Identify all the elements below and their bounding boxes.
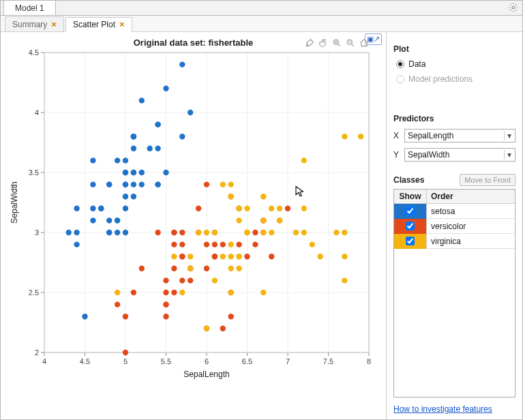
point-virginica[interactable] bbox=[244, 206, 250, 211]
point-versicolor[interactable] bbox=[163, 301, 168, 307]
y-predictor-select[interactable]: SepalWidth ▾ bbox=[404, 148, 515, 162]
point-setosa[interactable] bbox=[131, 181, 136, 187]
scatter-chart[interactable]: 44.555.566.577.5822.533.544.5SepalLength… bbox=[1, 32, 383, 414]
point-setosa[interactable] bbox=[123, 181, 128, 187]
point-virginica[interactable] bbox=[277, 206, 282, 211]
point-versicolor[interactable] bbox=[171, 290, 177, 295]
point-virginica[interactable] bbox=[260, 194, 266, 199]
point-setosa[interactable] bbox=[163, 86, 168, 91]
point-versicolor[interactable] bbox=[212, 254, 218, 259]
point-setosa[interactable] bbox=[139, 170, 145, 175]
point-versicolor[interactable] bbox=[115, 301, 120, 307]
point-virginica[interactable] bbox=[204, 230, 209, 235]
point-setosa[interactable] bbox=[139, 97, 145, 103]
point-virginica[interactable] bbox=[260, 290, 266, 295]
tab-summary[interactable]: Summary × bbox=[5, 16, 64, 31]
point-versicolor[interactable] bbox=[204, 181, 209, 187]
point-versicolor[interactable] bbox=[285, 206, 290, 211]
point-virginica[interactable] bbox=[333, 230, 339, 235]
point-virginica[interactable] bbox=[179, 290, 185, 295]
point-setosa[interactable] bbox=[155, 181, 160, 187]
point-virginica[interactable] bbox=[228, 181, 234, 187]
point-setosa[interactable] bbox=[115, 230, 120, 235]
point-virginica[interactable] bbox=[236, 206, 241, 211]
point-setosa[interactable] bbox=[179, 134, 185, 139]
point-virginica[interactable] bbox=[188, 254, 193, 259]
point-versicolor[interactable] bbox=[204, 241, 209, 247]
point-setosa[interactable] bbox=[106, 181, 112, 187]
point-virginica[interactable] bbox=[228, 194, 234, 199]
point-versicolor[interactable] bbox=[131, 290, 136, 295]
point-setosa[interactable] bbox=[123, 206, 128, 211]
point-virginica[interactable] bbox=[236, 217, 241, 223]
point-setosa[interactable] bbox=[90, 206, 95, 211]
tab-scatter-plot[interactable]: Scatter Plot × bbox=[65, 17, 132, 32]
point-virginica[interactable] bbox=[220, 181, 226, 187]
point-setosa[interactable] bbox=[74, 206, 79, 211]
point-setosa[interactable] bbox=[163, 170, 168, 175]
help-link[interactable]: How to investigate features bbox=[393, 397, 515, 414]
point-virginica[interactable] bbox=[236, 266, 241, 271]
tab-model-1[interactable]: Model 1 bbox=[3, 0, 56, 15]
point-versicolor[interactable] bbox=[163, 290, 168, 295]
point-setosa[interactable] bbox=[66, 230, 72, 235]
point-versicolor[interactable] bbox=[252, 241, 258, 247]
point-versicolor[interactable] bbox=[179, 241, 185, 247]
point-setosa[interactable] bbox=[74, 230, 79, 235]
point-virginica[interactable] bbox=[317, 254, 323, 259]
point-virginica[interactable] bbox=[115, 290, 120, 295]
point-versicolor[interactable] bbox=[123, 350, 128, 355]
close-icon[interactable]: × bbox=[51, 17, 57, 32]
point-virginica[interactable] bbox=[204, 326, 209, 331]
point-virginica[interactable] bbox=[342, 230, 347, 235]
point-versicolor[interactable] bbox=[155, 230, 160, 235]
move-to-front-button[interactable]: Move to Front bbox=[460, 174, 515, 186]
point-virginica[interactable] bbox=[244, 230, 250, 235]
point-setosa[interactable] bbox=[106, 230, 112, 235]
point-virginica[interactable] bbox=[212, 278, 218, 283]
point-virginica[interactable] bbox=[342, 134, 347, 139]
point-setosa[interactable] bbox=[90, 217, 95, 223]
point-setosa[interactable] bbox=[131, 134, 136, 139]
point-virginica[interactable] bbox=[342, 278, 347, 283]
point-setosa[interactable] bbox=[90, 158, 95, 163]
class-show-checkbox[interactable] bbox=[406, 222, 415, 230]
point-virginica[interactable] bbox=[301, 206, 307, 211]
point-setosa[interactable] bbox=[123, 170, 128, 175]
point-virginica[interactable] bbox=[228, 266, 234, 271]
point-setosa[interactable] bbox=[98, 206, 104, 211]
point-setosa[interactable] bbox=[123, 158, 128, 163]
point-setosa[interactable] bbox=[179, 61, 185, 67]
point-setosa[interactable] bbox=[123, 194, 128, 199]
point-virginica[interactable] bbox=[310, 241, 315, 247]
point-versicolor[interactable] bbox=[244, 254, 250, 259]
class-show-checkbox[interactable] bbox=[406, 237, 415, 245]
point-versicolor[interactable] bbox=[228, 314, 234, 319]
point-setosa[interactable] bbox=[139, 181, 145, 187]
point-setosa[interactable] bbox=[131, 194, 136, 199]
point-virginica[interactable] bbox=[171, 254, 177, 259]
point-versicolor[interactable] bbox=[220, 241, 226, 247]
point-virginica[interactable] bbox=[293, 230, 299, 235]
point-virginica[interactable] bbox=[269, 206, 274, 211]
point-setosa[interactable] bbox=[155, 121, 160, 127]
x-predictor-select[interactable]: SepalLength ▾ bbox=[404, 129, 515, 142]
point-versicolor[interactable] bbox=[139, 266, 145, 271]
point-versicolor[interactable] bbox=[171, 230, 177, 235]
point-versicolor[interactable] bbox=[188, 278, 193, 283]
point-virginica[interactable] bbox=[196, 230, 201, 235]
point-virginica[interactable] bbox=[301, 158, 307, 163]
point-setosa[interactable] bbox=[82, 314, 87, 319]
point-setosa[interactable] bbox=[131, 146, 136, 151]
point-versicolor[interactable] bbox=[220, 326, 226, 331]
point-versicolor[interactable] bbox=[204, 266, 209, 271]
class-row-virginica[interactable]: virginica bbox=[394, 234, 515, 249]
point-virginica[interactable] bbox=[220, 254, 226, 259]
point-versicolor[interactable] bbox=[163, 314, 168, 319]
point-versicolor[interactable] bbox=[236, 241, 241, 247]
point-setosa[interactable] bbox=[123, 230, 128, 235]
point-virginica[interactable] bbox=[228, 254, 234, 259]
point-setosa[interactable] bbox=[115, 217, 120, 223]
point-versicolor[interactable] bbox=[179, 230, 185, 235]
point-setosa[interactable] bbox=[115, 158, 120, 163]
